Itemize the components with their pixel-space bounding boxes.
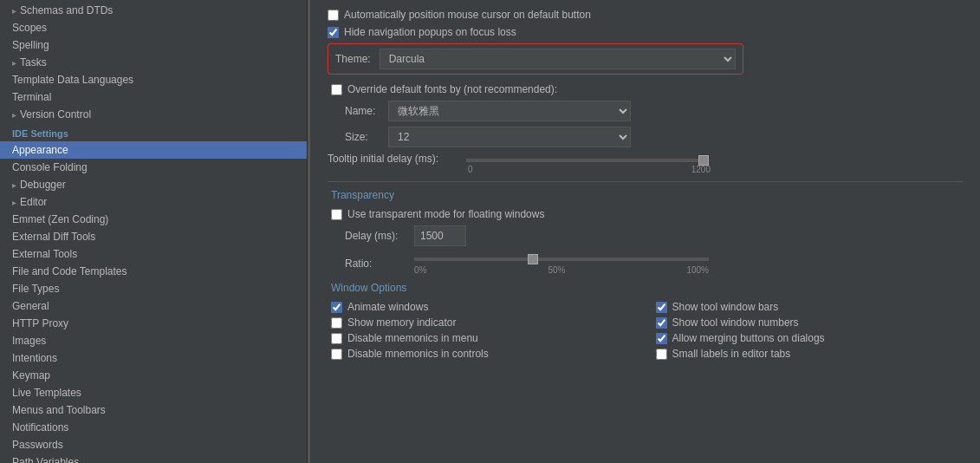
- auto-position-row: Automatically position mouse cursor on d…: [328, 9, 963, 21]
- name-select[interactable]: 微软雅黑: [388, 101, 631, 121]
- window-option-show-tool-numbers: Show tool window numbers: [656, 316, 964, 329]
- transparent-mode-row: Use transparent mode for floating window…: [331, 208, 963, 220]
- override-fonts-checkbox[interactable]: [331, 84, 342, 95]
- sidebar-item-debugger[interactable]: Debugger: [0, 176, 307, 193]
- tooltip-slider-container: [466, 153, 709, 165]
- show-tool-window-bars-label: Show tool window bars: [672, 301, 779, 313]
- window-option-small-labels: Small labels in editor tabs: [656, 348, 964, 360]
- size-label: Size:: [345, 131, 388, 143]
- sidebar-item-editor[interactable]: Editor: [0, 193, 307, 211]
- sidebar-item-schemas[interactable]: Schemas and DTDs: [0, 2, 307, 19]
- hide-navigation-checkbox[interactable]: [328, 27, 339, 38]
- sidebar-item-live-templates[interactable]: Live Templates: [0, 384, 307, 401]
- sidebar-item-external-diff-tools[interactable]: External Diff Tools: [0, 228, 307, 245]
- sidebar-item-emmet[interactable]: Emmet (Zen Coding): [0, 211, 307, 228]
- ratio-min: 0%: [414, 265, 426, 275]
- disable-mnemonics-menu-checkbox[interactable]: [331, 333, 342, 344]
- tooltip-label: Tooltip initial delay (ms):: [328, 153, 466, 165]
- sidebar-item-path-variables[interactable]: Path Variables: [0, 453, 307, 463]
- transparency-section-label: Transparency: [331, 189, 963, 201]
- sidebar-item-http-proxy[interactable]: HTTP Proxy: [0, 315, 307, 332]
- transparent-mode-checkbox[interactable]: [331, 209, 342, 220]
- ratio-max: 100%: [686, 265, 709, 275]
- ratio-labels: 0% 50% 100%: [414, 265, 709, 275]
- show-tool-numbers-label: Show tool window numbers: [672, 316, 799, 329]
- theme-select[interactable]: Darcula IntelliJ Windows: [380, 49, 736, 69]
- sidebar: Schemas and DTDs Scopes Spelling Tasks T…: [0, 0, 308, 463]
- ide-settings-label: IDE Settings: [0, 123, 307, 141]
- sidebar-item-intentions[interactable]: Intentions: [0, 349, 307, 367]
- window-options-grid: Animate windows Show tool window bars Sh…: [331, 301, 963, 360]
- disable-mnemonics-menu-label: Disable mnemonics in menu: [347, 332, 478, 344]
- override-fonts-label: Override default fonts by (not recommend…: [347, 83, 557, 95]
- show-memory-label: Show memory indicator: [347, 316, 456, 329]
- sidebar-item-terminal[interactable]: Terminal: [0, 88, 307, 106]
- window-option-disable-mnemonics-menu: Disable mnemonics in menu: [331, 332, 639, 344]
- sidebar-item-console-folding[interactable]: Console Folding: [0, 159, 307, 176]
- theme-row: Theme: Darcula IntelliJ Windows: [328, 43, 743, 75]
- delay-row: Delay (ms): 1500: [345, 225, 963, 246]
- disable-mnemonics-controls-checkbox[interactable]: [331, 349, 342, 360]
- delay-input[interactable]: 1500: [414, 225, 466, 246]
- allow-merging-checkbox[interactable]: [656, 333, 667, 344]
- tooltip-slider[interactable]: [466, 159, 709, 162]
- window-option-disable-mnemonics-controls: Disable mnemonics in controls: [331, 348, 639, 360]
- disable-mnemonics-controls-label: Disable mnemonics in controls: [347, 348, 489, 360]
- show-tool-numbers-checkbox[interactable]: [656, 317, 667, 329]
- main-content: Automatically position mouse cursor on d…: [310, 0, 980, 463]
- ratio-slider-container: 0% 50% 100%: [414, 251, 709, 275]
- ratio-row: Ratio: 0% 50% 100%: [345, 251, 963, 275]
- animate-windows-checkbox[interactable]: [331, 302, 342, 313]
- tooltip-min-label: 0: [468, 165, 473, 174]
- ratio-mid: 50%: [548, 265, 565, 275]
- animate-windows-label: Animate windows: [347, 301, 428, 313]
- hide-navigation-row: Hide navigation popups on focus loss: [328, 26, 963, 38]
- sidebar-item-file-code-templates[interactable]: File and Code Templates: [0, 263, 307, 280]
- sidebar-item-menus-toolbars[interactable]: Menus and Toolbars: [0, 401, 307, 419]
- sidebar-item-general[interactable]: General: [0, 297, 307, 315]
- sidebar-item-images[interactable]: Images: [0, 332, 307, 349]
- sidebar-item-keymap[interactable]: Keymap: [0, 367, 307, 384]
- auto-position-checkbox[interactable]: [328, 10, 339, 21]
- sidebar-item-external-tools[interactable]: External Tools: [0, 245, 307, 263]
- small-labels-label: Small labels in editor tabs: [672, 348, 791, 360]
- window-option-animate-windows: Animate windows: [331, 301, 639, 313]
- size-field-row: Size: 12: [345, 127, 963, 147]
- divider-1: [328, 181, 963, 182]
- window-options-section-label: Window Options: [331, 282, 963, 294]
- override-fonts-row: Override default fonts by (not recommend…: [331, 83, 963, 95]
- sidebar-item-version-control[interactable]: Version Control: [0, 106, 307, 123]
- tooltip-delay-row: Tooltip initial delay (ms):: [328, 153, 963, 165]
- delay-label: Delay (ms):: [345, 230, 414, 242]
- small-labels-checkbox[interactable]: [656, 349, 667, 360]
- transparent-mode-label: Use transparent mode for floating window…: [347, 208, 544, 220]
- sidebar-item-passwords[interactable]: Passwords: [0, 436, 307, 453]
- window-option-allow-merging: Allow merging buttons on dialogs: [656, 332, 964, 344]
- sidebar-item-tasks[interactable]: Tasks: [0, 54, 307, 71]
- window-option-show-memory: Show memory indicator: [331, 316, 639, 329]
- tooltip-max-label: 1200: [691, 165, 711, 174]
- sidebar-item-file-types[interactable]: File Types: [0, 280, 307, 297]
- name-field-row: Name: 微软雅黑: [345, 101, 963, 121]
- sidebar-item-appearance[interactable]: Appearance: [0, 141, 307, 159]
- theme-label: Theme:: [335, 53, 371, 65]
- auto-position-label: Automatically position mouse cursor on d…: [344, 9, 591, 21]
- sidebar-item-notifications[interactable]: Notifications: [0, 419, 307, 436]
- name-label: Name:: [345, 105, 388, 117]
- hide-navigation-label: Hide navigation popups on focus loss: [344, 26, 516, 38]
- show-memory-checkbox[interactable]: [331, 317, 342, 329]
- window-option-show-tool-window-bars: Show tool window bars: [656, 301, 964, 313]
- show-tool-window-bars-checkbox[interactable]: [656, 302, 667, 313]
- ratio-label: Ratio:: [345, 258, 414, 270]
- sidebar-item-template-data-languages[interactable]: Template Data Languages: [0, 71, 307, 88]
- size-select[interactable]: 12: [388, 127, 631, 147]
- sidebar-item-spelling[interactable]: Spelling: [0, 36, 307, 54]
- ratio-slider[interactable]: [414, 258, 709, 261]
- allow-merging-label: Allow merging buttons on dialogs: [672, 332, 825, 344]
- sidebar-item-scopes[interactable]: Scopes: [0, 19, 307, 36]
